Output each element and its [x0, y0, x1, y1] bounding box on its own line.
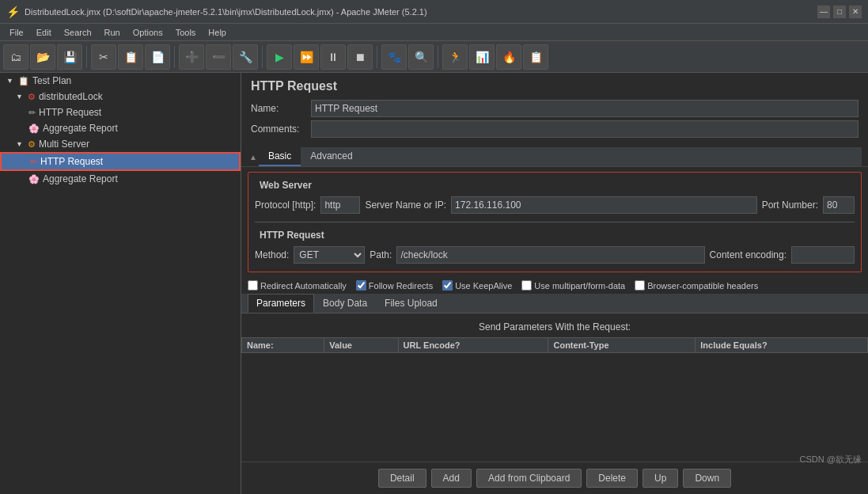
tree-label: HTTP Request [39, 107, 101, 118]
menu-help[interactable]: Help [202, 26, 233, 39]
protocol-label: Protocol [http]: [255, 200, 316, 211]
http-request-icon: ✏ [28, 108, 36, 118]
toolbar-cut[interactable]: ✂ [91, 44, 116, 70]
aggregate-report-2-icon: 🌸 [28, 174, 40, 184]
add-from-clipboard-button[interactable]: Add from Clipboard [476, 469, 582, 488]
toolbar-sep-4 [377, 46, 377, 68]
toolbar-pause[interactable]: ⏸ [320, 44, 346, 70]
encoding-input[interactable] [791, 246, 855, 264]
window-controls[interactable]: — □ ✕ [817, 6, 862, 18]
server-label: Server Name or IP: [365, 200, 446, 211]
toolbar-save[interactable]: 💾 [57, 44, 82, 70]
minimize-button[interactable]: — [817, 6, 830, 18]
use-keepalive-label: Use KeepAlive [455, 281, 512, 291]
app-icon: ⚡ [6, 6, 20, 18]
col-include-equals: Include Equals? [696, 338, 868, 353]
toolbar-run-all[interactable]: ⏩ [294, 44, 319, 70]
use-multipart-input[interactable] [521, 280, 532, 291]
tree-item-http-request-2[interactable]: ✏ HTTP Request [0, 152, 241, 171]
toolbar-add[interactable]: ➕ [179, 44, 204, 70]
name-input[interactable] [311, 100, 859, 117]
toolbar-new[interactable]: 🗂 [3, 44, 28, 70]
arrow-icon: ▼ [6, 77, 13, 85]
bottom-buttons: Detail Add Add from Clipboard Delete Up … [241, 462, 868, 494]
distributed-lock-icon: ⚙ [28, 92, 36, 102]
collapse-icon[interactable]: ▲ [248, 151, 259, 163]
tree-item-distributed-lock[interactable]: ▼ ⚙ distributedLock [0, 89, 241, 104]
up-button[interactable]: Up [642, 469, 678, 488]
http-request-section: HTTP Request Method: GET POST PUT DELETE… [248, 222, 861, 272]
tree-item-multi-server[interactable]: ▼ ⚙ Multi Server [0, 136, 241, 152]
maximize-button[interactable]: □ [833, 6, 846, 18]
toolbar-remote-run[interactable]: 🏃 [442, 44, 468, 70]
tab-basic[interactable]: Basic [259, 147, 301, 166]
tree-label: HTTP Request [40, 156, 103, 167]
menu-run[interactable]: Run [98, 26, 127, 39]
name-row: Name: [251, 100, 859, 117]
tree-label: Aggregate Report [43, 123, 118, 134]
menu-options[interactable]: Options [127, 26, 169, 39]
toolbar-clipboard[interactable]: 📋 [523, 44, 548, 70]
follow-redirects-label: Follow Redirects [369, 281, 433, 291]
test-plan-icon: 📋 [18, 76, 29, 86]
sub-tab-parameters[interactable]: Parameters [248, 294, 314, 313]
menu-edit[interactable]: Edit [30, 26, 58, 39]
menu-tools[interactable]: Tools [169, 26, 203, 39]
params-container: Send Parameters With the Request: Name: … [241, 314, 868, 462]
sub-tab-files-upload[interactable]: Files Upload [376, 294, 446, 313]
tree-item-http-request-1[interactable]: ✏ HTTP Request [0, 104, 241, 120]
tree-label: Test Plan [32, 75, 71, 86]
use-keepalive-checkbox[interactable]: Use KeepAlive [442, 280, 512, 291]
checkboxes-row: Redirect Automatically Follow Redirects … [241, 277, 868, 294]
toolbar-paste[interactable]: 📄 [145, 44, 170, 70]
path-input[interactable] [396, 246, 704, 264]
comments-input[interactable] [311, 120, 859, 138]
request-header: HTTP Request Name: Comments: [241, 73, 868, 147]
protocol-input[interactable] [320, 196, 360, 214]
toolbar-report[interactable]: 📊 [469, 44, 495, 70]
comments-label: Comments: [251, 124, 306, 135]
toolbar-sep-2 [174, 46, 175, 68]
tree-item-test-plan[interactable]: ▼ 📋 Test Plan [0, 73, 241, 89]
toolbar-search[interactable]: 🔍 [408, 44, 434, 70]
menu-search[interactable]: Search [58, 26, 98, 39]
add-button[interactable]: Add [431, 469, 472, 488]
toolbar-remove[interactable]: ➖ [206, 44, 231, 70]
toolbar-run[interactable]: ▶ [267, 44, 292, 70]
server-input[interactable] [451, 196, 757, 214]
follow-redirects-input[interactable] [356, 280, 366, 291]
toolbar-stop[interactable]: ⏹ [347, 44, 373, 70]
name-label: Name: [251, 103, 306, 114]
tree-item-aggregate-report-1[interactable]: 🌸 Aggregate Report [0, 120, 241, 136]
toolbar-copy[interactable]: 📋 [118, 44, 143, 70]
detail-button[interactable]: Detail [378, 469, 426, 488]
use-keepalive-input[interactable] [442, 280, 453, 291]
toolbar-fire[interactable]: 🔥 [496, 44, 521, 70]
redirect-auto-input[interactable] [248, 280, 258, 291]
aggregate-report-icon: 🌸 [28, 124, 40, 134]
tree-item-aggregate-report-2[interactable]: 🌸 Aggregate Report [0, 171, 241, 187]
browser-compatible-checkbox[interactable]: Browser-compatible headers [635, 280, 758, 291]
tab-advanced[interactable]: Advanced [301, 147, 362, 166]
delete-button[interactable]: Delete [586, 469, 638, 488]
toolbar-settings[interactable]: 🔧 [233, 44, 258, 70]
main-layout: ▼ 📋 Test Plan ▼ ⚙ distributedLock ✏ HTTP… [0, 73, 868, 494]
left-panel: ▼ 📋 Test Plan ▼ ⚙ distributedLock ✏ HTTP… [0, 73, 241, 494]
method-select[interactable]: GET POST PUT DELETE PATCH [294, 246, 365, 264]
encoding-label: Content encoding: [710, 249, 787, 260]
use-multipart-checkbox[interactable]: Use multipart/form-data [521, 280, 625, 291]
down-button[interactable]: Down [683, 469, 731, 488]
redirect-auto-checkbox[interactable]: Redirect Automatically [248, 280, 347, 291]
browser-compatible-input[interactable] [635, 280, 645, 291]
toolbar-open[interactable]: 📂 [30, 44, 55, 70]
close-button[interactable]: ✕ [849, 6, 862, 18]
follow-redirects-checkbox[interactable]: Follow Redirects [356, 280, 433, 291]
port-input[interactable] [823, 196, 855, 214]
combined-section: Web Server Protocol [http]: Server Name … [248, 172, 862, 272]
toolbar-clear[interactable]: 🐾 [381, 44, 407, 70]
http-req-row: Method: GET POST PUT DELETE PATCH Path: … [255, 243, 855, 267]
menu-file[interactable]: File [3, 26, 30, 39]
sub-tab-body-data[interactable]: Body Data [314, 294, 376, 313]
watermark: CSDN @欲无缘 [800, 454, 862, 466]
right-panel: HTTP Request Name: Comments: ▲ Basic Adv… [241, 73, 868, 494]
